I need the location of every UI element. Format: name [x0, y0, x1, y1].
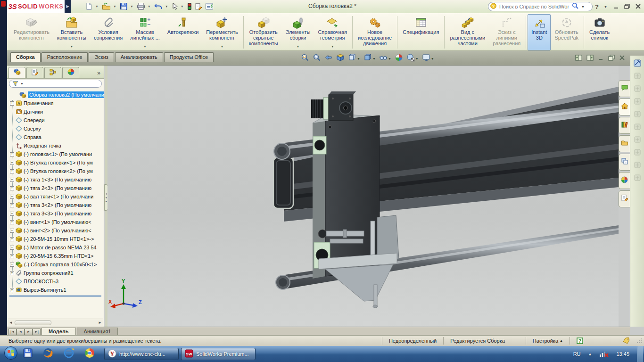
scrollbar-thumb[interactable] — [15, 320, 51, 325]
taskbar-button-yandex[interactable]: Yhttp://www.cnc-clu... — [104, 348, 179, 360]
tree-item[interactable]: +AПримечания — [7, 99, 104, 107]
menu-expand-button[interactable]: ▶ — [65, 0, 71, 13]
tree-item[interactable]: Сборка головка2 (По умолчани — [7, 90, 104, 99]
assembly-features-dropdown-icon[interactable]: ▼ — [297, 44, 300, 49]
panel-tab-display-manager[interactable] — [62, 67, 79, 78]
tab-Анимация1[interactable]: Анимация1 — [77, 328, 118, 335]
taskpane-tab-appearances[interactable] — [619, 172, 630, 189]
quick-tips-icon[interactable]: ? — [570, 337, 590, 344]
tree-item[interactable]: +(-) головка<1> (По умолчани — [7, 150, 104, 158]
model-tab-nav-button[interactable]: ► — [25, 329, 33, 335]
help-dropdown-icon[interactable]: ▼ — [604, 5, 607, 8]
tab-Сборка[interactable]: Сборка — [10, 52, 41, 62]
ribbon-button-smart-fasteners[interactable]: Автокрепежи — [164, 14, 202, 50]
tree-item[interactable]: +(-) Втулка головки<1> (По ум — [7, 158, 104, 167]
tree-item[interactable]: +Группа сопряжений1 — [7, 269, 104, 277]
graphics-viewport[interactable]: Y X Z — [107, 66, 619, 327]
options-icon[interactable] — [204, 2, 215, 11]
view-orientation-button[interactable]: ▼ — [348, 53, 360, 64]
properties-icon[interactable] — [194, 2, 203, 11]
tab-Расположение[interactable]: Расположение — [41, 52, 88, 62]
display-style-button[interactable]: ▼ — [363, 53, 376, 64]
language-indicator[interactable]: RU — [573, 351, 581, 357]
insert-components-dropdown-icon[interactable]: ▼ — [70, 44, 73, 49]
search-input[interactable] — [498, 3, 570, 10]
apply-scene-dropdown-icon[interactable]: ▼ — [415, 57, 419, 60]
model-tab-nav-button[interactable]: ►| — [33, 329, 41, 335]
undo-icon[interactable] — [153, 2, 164, 11]
taskpane-tab-design-library[interactable] — [619, 117, 630, 134]
help-button[interactable]: ? — [595, 3, 599, 10]
tab-Продукты Office[interactable]: Продукты Office — [164, 52, 214, 62]
tab-Модель[interactable]: Модель — [41, 328, 76, 335]
taskpane-tab-solidworks-resources[interactable] — [619, 99, 630, 115]
model-tab-nav-button[interactable]: |◄ — [8, 329, 17, 335]
status-custom-button[interactable]: Настройка ▲ — [526, 337, 570, 344]
ribbon-button-motion-study[interactable]: Новоеисследованиедвижения — [354, 14, 396, 50]
hide-show-items-dropdown-icon[interactable]: ▼ — [388, 57, 391, 60]
ribbon-button-mate[interactable]: Условиясопряжения — [90, 14, 126, 50]
expand-icon[interactable]: + — [10, 271, 14, 275]
tree-item[interactable]: Справа — [7, 133, 104, 141]
print-dropdown-icon[interactable]: ▼ — [148, 5, 151, 8]
chrome-icon[interactable] — [84, 347, 95, 361]
scroll-left-icon[interactable]: ◄ — [9, 321, 13, 325]
taskpane-tab-custom-properties[interactable] — [619, 190, 630, 207]
start-button[interactable] — [4, 346, 18, 362]
tree-item[interactable]: Исходная точка — [7, 141, 104, 150]
apply-scene-button[interactable]: ▼ — [406, 53, 419, 64]
tree-item[interactable]: +(-) винт<2> (По умолчанию< — [7, 226, 104, 235]
ribbon-button-assembly-features[interactable]: Элементысборки▼ — [282, 14, 314, 50]
tree-horizontal-scrollbar[interactable]: ◄ ► — [8, 319, 103, 326]
ribbon-button-show-hidden[interactable]: Отобразитьскрытыекомпоненты — [245, 14, 282, 50]
tree-item[interactable]: +(-) винт<1> (По умолчанию< — [7, 218, 104, 226]
ribbon-button-bom[interactable]: Спецификация — [399, 14, 443, 50]
right-toolbar-instant-tool-icon[interactable] — [632, 58, 643, 68]
view-settings-dropdown-icon[interactable]: ▼ — [431, 57, 434, 60]
tab-Эскиз[interactable]: Эскиз — [89, 52, 114, 62]
open-icon[interactable] — [101, 2, 112, 11]
view-settings-button[interactable]: ▼ — [422, 53, 434, 64]
tree-item[interactable]: +(-) 20-5M-15 10mm HTD<1>-> — [7, 235, 104, 243]
expand-icon[interactable]: + — [10, 152, 14, 156]
tree-item[interactable]: +(-) 20-5M-15 6.35mm HTD<1> — [7, 252, 104, 260]
hide-show-items-button[interactable]: ▼ — [379, 53, 391, 64]
save-project-icon[interactable] — [23, 348, 33, 360]
expand-icon[interactable]: + — [10, 169, 14, 173]
tree-filter-input[interactable]: ▼ — [9, 80, 102, 88]
taskbar-button-solidworks[interactable]: SWSolidWorks Premium... — [181, 348, 256, 360]
taskpane-tab-view-palette[interactable] — [619, 154, 630, 171]
internet-explorer-icon[interactable] — [63, 347, 74, 361]
display-colors-icon[interactable] — [186, 2, 193, 11]
print-icon[interactable] — [136, 2, 146, 11]
select-dropdown-icon[interactable]: ▼ — [181, 5, 184, 8]
expand-icon[interactable]: + — [10, 203, 14, 207]
zoom-to-area-button[interactable] — [313, 53, 321, 64]
restore-button[interactable] — [624, 2, 630, 11]
ribbon-button-reference-geometry[interactable]: Справочнаягеометрия▼ — [314, 14, 351, 50]
new-icon[interactable] — [84, 2, 94, 11]
panel-tab-features[interactable] — [8, 67, 25, 78]
open-dropdown-icon[interactable]: ▼ — [113, 5, 116, 8]
expand-icon[interactable]: + — [10, 263, 14, 267]
undo-dropdown-icon[interactable]: ▼ — [165, 5, 168, 8]
panel-tab-configurations[interactable] — [44, 67, 61, 78]
filter-dropdown-icon[interactable]: ▼ — [20, 82, 24, 85]
show-hidden-icons-button[interactable]: ▲ — [588, 352, 592, 356]
expand-icon[interactable]: + — [10, 246, 14, 250]
zoom-to-fit-button[interactable] — [301, 53, 309, 64]
expand-icon[interactable]: + — [10, 101, 14, 106]
network-status-icon[interactable] — [599, 350, 609, 358]
section-view-button[interactable] — [336, 53, 345, 64]
move-component-dropdown-icon[interactable]: ▼ — [221, 44, 224, 49]
expand-icon[interactable]: + — [10, 229, 14, 233]
expand-icon[interactable]: + — [10, 254, 14, 258]
select-icon[interactable] — [171, 2, 179, 11]
tag-icon[interactable] — [623, 337, 637, 345]
tree-item[interactable]: +(-) тяга 2<3> (По умолчанию — [7, 184, 104, 192]
expand-icon[interactable]: + — [10, 237, 14, 241]
ribbon-button-exploded-view[interactable]: Вид сразнесеннымичастями — [446, 14, 489, 50]
taskpane-tab-forum[interactable] — [619, 80, 630, 97]
rollback-bar[interactable] — [9, 296, 101, 296]
expand-icon[interactable]: + — [10, 186, 14, 190]
